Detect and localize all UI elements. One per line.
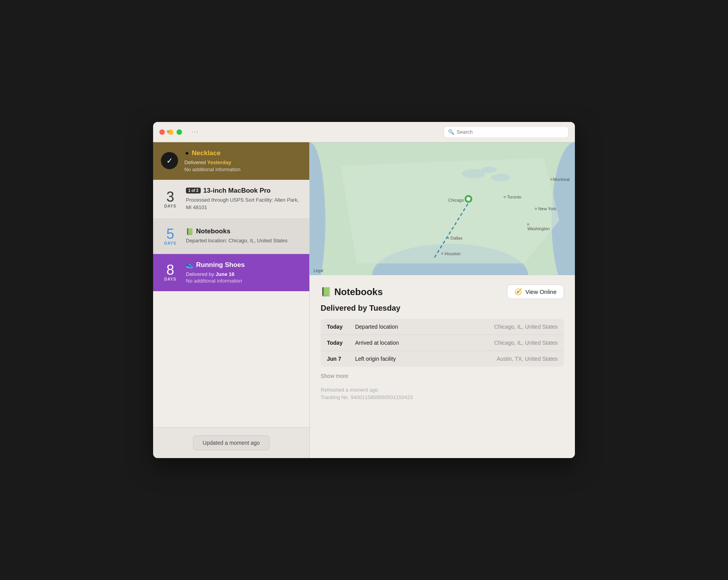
package-info-macbook: 1 of 2 13-inch MacBook Pro Processed thr…: [186, 187, 302, 211]
days-number-macbook: 3: [161, 190, 180, 204]
maximize-button[interactable]: [177, 129, 182, 135]
view-online-label: View Online: [525, 288, 557, 295]
delivered-check: ✓: [161, 152, 178, 169]
tracking-event: Departed location: [349, 319, 440, 335]
days-label-notebooks: DAYS: [161, 241, 180, 245]
details-pkg-name: Notebooks: [334, 286, 383, 297]
package-extra-necklace: No additional information: [184, 166, 302, 172]
refreshed-text: Refreshed a moment ago: [321, 387, 564, 393]
svg-point-12: [527, 223, 529, 226]
checkmark-icon: ✓: [166, 156, 173, 165]
tracking-location: Austin, TX, United States: [440, 351, 564, 367]
svg-text:Dallas: Dallas: [450, 236, 462, 240]
tracking-row: Jun 7Left origin facilityAustin, TX, Uni…: [321, 351, 564, 367]
package-status-notebooks: Departed location: Chicago, IL, United S…: [186, 237, 302, 245]
svg-text:Chicago: Chicago: [448, 198, 464, 202]
package-name-running-shoes: Running Shoes: [196, 261, 245, 269]
notebooks-icon: 📗: [186, 228, 194, 235]
tracking-row: TodayDeparted locationChicago, IL, Unite…: [321, 319, 564, 335]
running-shoes-icon: 👟: [186, 261, 194, 269]
svg-text:New York: New York: [538, 206, 557, 211]
tracking-row: TodayArrived at locationChicago, IL, Uni…: [321, 335, 564, 351]
show-more-button[interactable]: Show more: [321, 373, 564, 379]
tracking-date: Today: [321, 319, 349, 335]
package-title-row: ✦ Necklace: [184, 149, 302, 157]
svg-text:Washington: Washington: [527, 226, 550, 231]
map-area: Toronto New York Washington Montreal Chi…: [310, 142, 575, 275]
package-title-row-running-shoes: 👟 Running Shoes: [186, 261, 302, 269]
package-title-row-notebooks: 📗 Notebooks: [186, 227, 302, 235]
package-status-macbook: Processed through USPS Sort Facility: Al…: [186, 196, 302, 211]
package-info-notebooks: 📗 Notebooks Departed location: Chicago, …: [186, 227, 302, 245]
svg-point-10: [535, 208, 537, 210]
tracking-table: TodayDeparted locationChicago, IL, Unite…: [321, 319, 564, 367]
days-number-running-shoes: 8: [161, 263, 180, 277]
tracking-date: Today: [321, 335, 349, 351]
add-button[interactable]: +: [162, 127, 173, 138]
app-window: + ··· 🔍 ✓ ✦ Necklace: [153, 122, 575, 458]
delivered-by-label: Delivered by Tuesday: [321, 304, 564, 313]
sidebar-footer: Updated a moment ago: [153, 427, 309, 458]
package-extra-running-shoes: No additional information: [186, 278, 302, 284]
updated-button[interactable]: Updated a moment ago: [193, 435, 269, 450]
details-title-row: 📗 Notebooks: [321, 286, 383, 297]
days-badge-running-shoes: 8 DAYS: [161, 263, 180, 281]
svg-point-8: [503, 196, 506, 198]
details-pkg-icon: 📗: [321, 287, 331, 297]
package-info-running-shoes: 👟 Running Shoes Delivered by June 16 No …: [186, 261, 302, 284]
status-date-highlight: June 16: [216, 271, 234, 277]
svg-point-24: [466, 197, 470, 201]
svg-point-20: [441, 252, 444, 255]
days-label-macbook: DAYS: [161, 204, 180, 208]
search-bar: 🔍: [444, 126, 569, 138]
compass-icon: 🧭: [514, 288, 522, 295]
package-list: ✓ ✦ Necklace Delivered Yesterday No addi…: [153, 142, 309, 427]
titlebar: + ··· 🔍: [153, 122, 575, 142]
days-badge-notebooks: 5 DAYS: [161, 227, 180, 245]
days-number-notebooks: 5: [161, 227, 180, 241]
tracking-date: Jun 7: [321, 351, 349, 367]
necklace-sparkle-icon: ✦: [184, 150, 189, 157]
svg-text:Toronto: Toronto: [507, 195, 521, 199]
tracking-number: Tracking No. 9400115809560501150423: [321, 394, 564, 400]
details-area: 📗 Notebooks 🧭 View Online Delivered by T…: [310, 275, 575, 458]
search-input[interactable]: [457, 129, 564, 135]
tracking-location: Chicago, IL, United States: [440, 319, 564, 335]
package-status-running-shoes: Delivered by June 16: [186, 270, 302, 278]
map-svg: Toronto New York Washington Montreal Chi…: [310, 142, 575, 275]
view-online-button[interactable]: 🧭 View Online: [507, 285, 564, 299]
package-item-macbook[interactable]: 3 DAYS 1 of 2 13-inch MacBook Pro Proces…: [153, 180, 309, 219]
package-item-running-shoes[interactable]: 8 DAYS 👟 Running Shoes Delivered by June…: [153, 254, 309, 292]
map-legal-label: Legal: [314, 269, 323, 273]
main-content: ✓ ✦ Necklace Delivered Yesterday No addi…: [153, 142, 575, 458]
package-status-necklace: Delivered Yesterday: [184, 159, 302, 166]
tracking-table-body: TodayDeparted locationChicago, IL, Unite…: [321, 319, 564, 367]
days-label-running-shoes: DAYS: [161, 277, 180, 281]
package-badge-macbook: 1 of 2: [186, 188, 201, 193]
package-name-necklace: Necklace: [192, 149, 221, 157]
days-badge-macbook: 3 DAYS: [161, 190, 180, 208]
svg-point-14: [550, 178, 553, 181]
more-options-button[interactable]: ···: [191, 129, 199, 136]
tracking-location: Chicago, IL, United States: [440, 335, 564, 351]
tracking-event: Arrived at location: [349, 335, 440, 351]
package-title-row-macbook: 1 of 2 13-inch MacBook Pro: [186, 187, 302, 195]
tracking-event: Left origin facility: [349, 351, 440, 367]
package-name-macbook: 13-inch MacBook Pro: [203, 187, 271, 195]
svg-text:Montreal: Montreal: [553, 177, 570, 182]
package-item-notebooks[interactable]: 5 DAYS 📗 Notebooks Departed location: Ch…: [153, 219, 309, 254]
details-header: 📗 Notebooks 🧭 View Online: [321, 285, 564, 299]
sidebar: ✓ ✦ Necklace Delivered Yesterday No addi…: [153, 142, 309, 458]
search-icon: 🔍: [448, 129, 454, 135]
package-item-necklace[interactable]: ✓ ✦ Necklace Delivered Yesterday No addi…: [153, 142, 309, 180]
package-name-notebooks: Notebooks: [196, 227, 230, 235]
right-panel: Toronto New York Washington Montreal Chi…: [309, 142, 575, 458]
svg-text:Houston: Houston: [444, 251, 460, 256]
package-info-necklace: ✦ Necklace Delivered Yesterday No additi…: [184, 149, 302, 172]
